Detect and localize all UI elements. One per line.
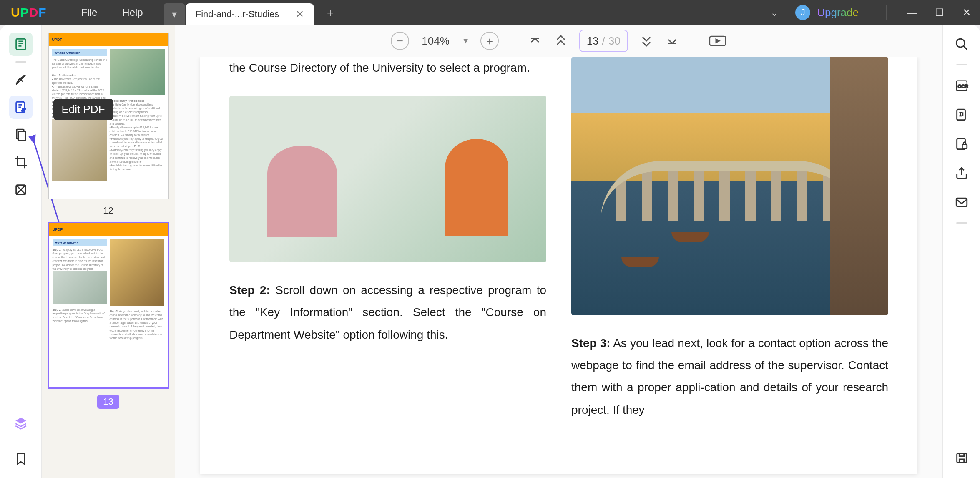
menu-file[interactable]: File — [69, 7, 110, 18]
last-page-icon[interactable] — [665, 33, 680, 48]
ocr-icon[interactable]: OCR — [950, 74, 973, 97]
document-viewport[interactable]: the Course Directory of the University t… — [175, 57, 942, 478]
thumbnail-page-13[interactable]: UPDF How to Apply? Step 1: To apply acro… — [48, 222, 169, 389]
svg-text:OCR: OCR — [957, 84, 968, 89]
zoom-in-button[interactable]: ＋ — [480, 32, 499, 50]
svg-point-6 — [956, 39, 965, 47]
page-separator: / — [602, 35, 605, 48]
separator — [956, 222, 967, 224]
comment-tool[interactable] — [9, 68, 33, 91]
window-maximize[interactable]: ☐ — [935, 7, 944, 18]
separator — [513, 33, 513, 49]
left-sidebar: Edit PDF — [0, 25, 42, 478]
crop-tool[interactable] — [9, 151, 33, 174]
svg-rect-12 — [956, 198, 967, 206]
figure-bridge — [571, 57, 888, 315]
zoom-value: 104% — [422, 35, 450, 48]
search-icon[interactable] — [950, 33, 973, 56]
separator — [886, 5, 887, 20]
bookmark-tool[interactable] — [9, 447, 33, 470]
separator — [15, 61, 26, 63]
body-text: Step 3: As you lead next, look for a con… — [571, 332, 888, 421]
tab-title: Find-and-...r-Studies — [196, 9, 279, 20]
reader-tool[interactable] — [9, 33, 33, 56]
app-logo: UPDF — [11, 5, 47, 20]
thumbnail-number: 12 — [103, 205, 113, 216]
new-tab-button[interactable]: ＋ — [325, 5, 336, 20]
thumbnail-number: 13 — [97, 395, 119, 409]
pdf-page: the Course Directory of the University t… — [200, 57, 917, 474]
zoom-out-button[interactable]: − — [391, 32, 409, 50]
page-current: 13 — [587, 35, 599, 48]
tab-overflow[interactable]: ▾ — [164, 3, 185, 25]
svg-rect-11 — [962, 144, 967, 148]
menu-help[interactable]: Help — [110, 7, 155, 18]
layers-tool[interactable] — [9, 411, 33, 435]
email-icon[interactable] — [950, 191, 973, 214]
tab-active[interactable]: Find-and-...r-Studies ✕ — [186, 3, 314, 25]
window-minimize[interactable]: — — [907, 7, 917, 18]
page-input[interactable]: 13 / 30 — [579, 30, 628, 52]
tab-close-icon[interactable]: ✕ — [296, 9, 304, 19]
save-icon[interactable] — [950, 446, 973, 470]
edit-pdf-tool[interactable]: Edit PDF — [9, 96, 33, 119]
convert-icon[interactable] — [950, 103, 973, 126]
separator — [58, 5, 58, 20]
window-close[interactable]: ✕ — [962, 7, 971, 18]
organize-pages-tool[interactable] — [9, 123, 33, 146]
right-sidebar: OCR — [942, 25, 980, 478]
first-page-icon[interactable] — [528, 33, 543, 48]
redact-tool[interactable] — [9, 178, 33, 201]
prev-page-icon[interactable] — [553, 33, 568, 48]
separator — [694, 33, 694, 49]
figure-students — [229, 96, 546, 262]
upgrade-button[interactable]: Upgrade — [817, 6, 859, 19]
svg-rect-3 — [18, 131, 25, 141]
svg-rect-13 — [957, 453, 966, 463]
main-area: − 104% ▼ ＋ 13 / 30 — [175, 25, 942, 478]
body-text: the Course Directory of the University t… — [229, 57, 546, 79]
zoom-dropdown-icon[interactable]: ▼ — [462, 37, 470, 45]
separator — [956, 64, 967, 65]
thumbnail-panel[interactable]: UPDF What's Offered? The Gates Cambridge… — [42, 25, 175, 478]
edit-pdf-tooltip: Edit PDF — [53, 99, 113, 120]
page-total: 30 — [608, 35, 621, 48]
next-page-icon[interactable] — [639, 33, 654, 48]
protect-icon[interactable] — [950, 132, 973, 156]
share-icon[interactable] — [950, 161, 973, 185]
slideshow-icon[interactable] — [709, 33, 727, 48]
user-avatar[interactable]: J — [795, 5, 810, 20]
top-toolbar: − 104% ▼ ＋ 13 / 30 — [175, 25, 942, 57]
titlebar: UPDF File Help ▾ Find-and-...r-Studies ✕… — [0, 0, 980, 25]
body-text: Step 2: Scroll down on accessing a respe… — [229, 279, 546, 346]
tab-history-button[interactable]: ⌄ — [770, 7, 779, 18]
